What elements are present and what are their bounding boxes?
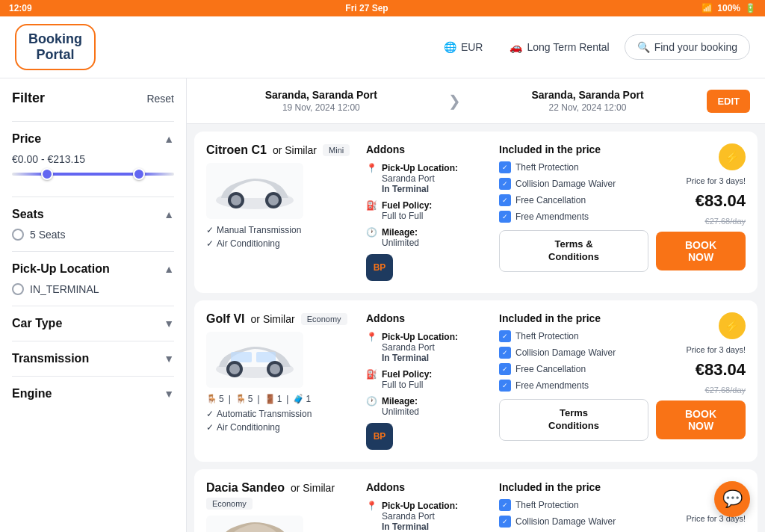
seats-5-label: 5 Seats bbox=[30, 229, 65, 241]
citroen-badge: Mini bbox=[323, 144, 350, 156]
citroen-mileage-label: Mileage: bbox=[382, 227, 419, 238]
range-thumb-left[interactable] bbox=[41, 168, 53, 180]
cartype-filter-label: Car Type bbox=[12, 317, 62, 330]
citroen-price-total: €83.04 bbox=[696, 191, 746, 211]
seats-filter-toggle[interactable]: Seats ▲ bbox=[12, 208, 174, 221]
golf-mileage-row: 🕐 Mileage: Unlimited bbox=[366, 396, 489, 417]
sidebar: Filter Reset Price ▲ €0.00 - €213.15 Sea… bbox=[0, 78, 187, 532]
golf-name-text: Golf VI bbox=[206, 312, 245, 326]
citroen-bp-logo: BP bbox=[366, 254, 393, 281]
price-filter-toggle[interactable]: Price ▲ bbox=[12, 132, 174, 146]
globe-icon: 🌐 bbox=[444, 41, 456, 53]
chevron-down-icon-engine: ▼ bbox=[164, 388, 174, 400]
included-amend-label: Free Amendments bbox=[515, 211, 589, 222]
seat-count1: 5 bbox=[219, 394, 224, 404]
golf-addons-title: Addons bbox=[366, 312, 489, 324]
citroen-book-button[interactable]: BOOKNOW bbox=[656, 232, 746, 270]
seats-5-option[interactable]: 5 Seats bbox=[12, 229, 174, 241]
door-icon: 🚪 bbox=[264, 394, 276, 404]
golf-book-button[interactable]: BOOKNOW bbox=[656, 400, 746, 439]
citroen-mileage-value: Unlimited bbox=[382, 238, 419, 248]
dacia-addons-title: Addons bbox=[366, 481, 489, 493]
chat-button[interactable]: 💬 bbox=[714, 481, 750, 517]
rental-type-selector[interactable]: 🚗 Long Term Rental bbox=[498, 35, 621, 59]
currency-selector[interactable]: 🌐 EUR bbox=[432, 35, 495, 59]
edit-route-button[interactable]: EDIT bbox=[707, 90, 750, 113]
citroen-right: Included in the price ✓ Theft Protection… bbox=[499, 143, 746, 272]
svg-point-11 bbox=[270, 364, 280, 374]
in-terminal-option[interactable]: IN_TERMINAL bbox=[12, 283, 174, 295]
dacia-included: Included in the price ✓ Theft Protection… bbox=[499, 481, 648, 532]
pickup-filter-toggle[interactable]: Pick-Up Location ▲ bbox=[12, 262, 174, 276]
dacia-suffix: or Similar bbox=[291, 482, 335, 494]
golf-price-per-day: €27.68/day bbox=[705, 386, 746, 395]
dacia-info: Dacia Sandeo or Similar Economy bbox=[206, 481, 356, 532]
logo[interactable]: Booking Portal bbox=[15, 24, 96, 70]
dacia-name-text: Dacia Sandeo bbox=[206, 481, 285, 495]
citroen-name: Citroen C1 or Similar Mini bbox=[206, 143, 356, 157]
engine-filter-section: Engine ▼ bbox=[12, 376, 174, 411]
wifi-icon: 📶 bbox=[701, 3, 713, 13]
golf-fuel-row: ⛽ Fuel Policy: Full to Full bbox=[366, 369, 489, 390]
door-group: 🚪 1 bbox=[264, 394, 282, 404]
chevron-down-icon-trans: ▼ bbox=[164, 353, 174, 365]
citroen-info: Citroen C1 or Similar Mini bbox=[206, 143, 356, 249]
range-thumb-right[interactable] bbox=[133, 168, 145, 180]
citroen-included-theft: ✓ Theft Protection bbox=[499, 161, 648, 173]
cartype-filter-toggle[interactable]: Car Type ▼ bbox=[12, 317, 174, 330]
checkbox-theft-dacia: ✓ bbox=[499, 499, 511, 511]
golf-transmission-label: Automatic Transmission bbox=[217, 409, 312, 419]
citroen-terms-button[interactable]: Terms &Conditions bbox=[499, 230, 648, 272]
engine-filter-toggle[interactable]: Engine ▼ bbox=[12, 387, 174, 400]
seat-icon1: 🪑 bbox=[206, 394, 217, 404]
car-listing-content: Saranda, Saranda Port 19 Nov, 2024 12:00… bbox=[187, 78, 765, 532]
checkbox-theft-golf: ✓ bbox=[499, 330, 511, 342]
golf-badge: Economy bbox=[301, 313, 347, 325]
golf-mileage-value: Unlimited bbox=[382, 406, 419, 417]
citroen-included-cdw: ✓ Collision Damage Waiver bbox=[499, 178, 648, 190]
golf-mileage-label: Mileage: bbox=[382, 396, 419, 406]
svg-rect-7 bbox=[256, 352, 276, 362]
transmission-filter-toggle[interactable]: Transmission ▼ bbox=[12, 352, 174, 365]
golf-terms-button[interactable]: TermsConditions bbox=[499, 399, 648, 441]
lightning-badge-citroen: ⚡ bbox=[719, 143, 746, 170]
radio-5seats bbox=[12, 229, 24, 241]
golf-included-cancel: ✓ Free Cancellation bbox=[499, 363, 648, 375]
bp-text: BP bbox=[374, 262, 386, 273]
mileage-icon-golf: 🕐 bbox=[366, 396, 377, 406]
seats-filter-label: Seats bbox=[12, 208, 44, 221]
included-cancel-label: Free Cancellation bbox=[515, 195, 586, 205]
sep1: | bbox=[229, 394, 231, 404]
route-to-city: Saranda, Saranda Port bbox=[468, 89, 707, 101]
battery-label: 100% bbox=[717, 3, 740, 13]
included-theft-label: Theft Protection bbox=[515, 162, 579, 173]
find-booking-label: Find your booking bbox=[654, 41, 737, 53]
find-booking-button[interactable]: 🔍 Find your booking bbox=[625, 34, 750, 60]
golf-info: Golf VI or Similar Economy bbox=[206, 312, 356, 433]
reset-button[interactable]: Reset bbox=[146, 93, 174, 105]
citroen-actions: Terms &Conditions bbox=[499, 230, 648, 272]
seats-icon-group1: 🪑 5 bbox=[206, 394, 224, 404]
golf-svg bbox=[210, 335, 300, 384]
golf-included: Included in the price ✓ Theft Protection… bbox=[499, 312, 648, 441]
citroen-included-cancel: ✓ Free Cancellation bbox=[499, 194, 648, 206]
seats-icon-group2: 🪑 5 bbox=[235, 394, 253, 404]
citroen-feature-ac: ✓ Air Conditioning bbox=[206, 238, 356, 249]
golf-pickup-label: Pick-Up Location: bbox=[382, 332, 458, 342]
sep3: | bbox=[286, 394, 288, 404]
seat-count2: 5 bbox=[248, 394, 253, 404]
price-range-slider[interactable] bbox=[12, 173, 174, 176]
dacia-pickup-label: Pick-Up Location: bbox=[382, 501, 458, 511]
filter-header: Filter Reset bbox=[12, 90, 174, 106]
golf-name: Golf VI or Similar Economy bbox=[206, 312, 356, 326]
engine-filter-label: Engine bbox=[12, 387, 52, 400]
dacia-svg bbox=[210, 516, 300, 532]
golf-ac-label: Air Conditioning bbox=[217, 422, 280, 433]
citroen-pickup-label: Pick-Up Location: bbox=[382, 163, 458, 173]
chevron-up-icon-pickup: ▲ bbox=[164, 263, 174, 275]
golf-cancel-label: Free Cancellation bbox=[515, 364, 586, 374]
dacia-pickup-sub: In Terminal bbox=[382, 522, 458, 532]
citroen-name-text: Citroen C1 bbox=[206, 143, 267, 157]
citroen-transmission-label: Manual Transmission bbox=[217, 225, 301, 235]
in-terminal-label: IN_TERMINAL bbox=[30, 283, 99, 295]
